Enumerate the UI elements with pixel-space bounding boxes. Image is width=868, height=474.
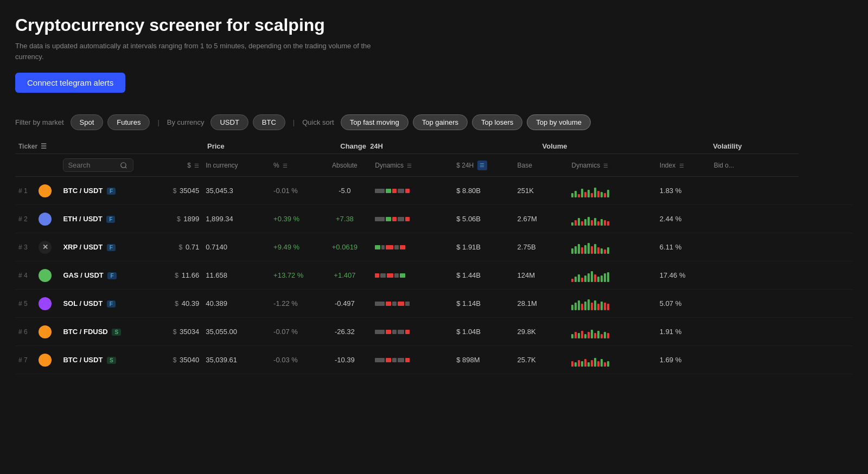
filter-top-by-volume[interactable]: Top by volume [527,114,591,130]
coin-icon-cell [35,177,60,205]
th-vol-dynamics[interactable]: Dynamics ☰ [568,154,656,177]
sort-volatility-icon[interactable]: ☰ [679,163,684,169]
change-pct-value: -1.22 % [273,299,298,308]
ticker-cell[interactable]: GAS / USDT F [60,261,161,290]
th-ticker[interactable] [60,154,161,177]
change-abs-value: -5.0 [339,187,350,195]
ticker-cell[interactable]: ETH / USDT F [60,205,161,233]
dynamics-cell [372,346,453,374]
volatility-cell: 5.07 % [656,290,711,318]
sort-change-pct-icon[interactable]: ☰ [283,163,288,169]
col-group-header-row: Ticker ☰ Price Change 24H Volume Volatil… [15,139,853,154]
table-row[interactable]: # 7 BTC / USDT S $ 35040 35,039.61 -0.03… [15,346,853,374]
volume-base-cell: 124M [514,261,569,290]
rank-cell: # 2 [15,205,35,233]
volatility-cell: 1.83 % [656,177,711,205]
bid-cell [711,205,799,233]
market-badge: F [107,188,116,195]
coin-icon [39,297,52,310]
market-badge: F [107,272,116,279]
coin-icon [39,325,52,338]
vol-dynamics-cell [568,205,656,233]
volume-base-value: 25.7K [518,356,536,364]
ticker-cell[interactable]: BTC / USDT F [60,177,161,205]
filter-usdt[interactable]: USDT [210,114,248,130]
volume-base-value: 2.67M [518,215,537,223]
price-currency-cell: 35,055.00 [202,318,270,346]
group-change: Change 24H [270,139,453,154]
ticker-cell[interactable]: BTC / USDT S [60,346,161,374]
table-row[interactable]: # 5 SOL / USDT F $ 40.39 40.389 -1.22 % … [15,290,853,318]
price-currency-value: 35,045.3 [206,187,233,195]
bid-cell [711,177,799,205]
volatility-value: 17.46 % [660,271,686,279]
ticker-filter-icon[interactable]: ☰ [41,143,47,150]
market-filter-label: Filter by market [15,118,64,126]
filter-top-losers[interactable]: Top losers [472,114,522,130]
coin-icon-cell [35,205,60,233]
volume-base-cell: 251K [514,177,569,205]
volume-base-cell: 2.75B [514,233,569,261]
th-dynamics[interactable]: Dynamics ☰ [372,154,453,177]
volume-usd-cell: $ 1.44B [453,261,514,290]
volume-base-value: 124M [518,271,535,279]
connect-telegram-button[interactable]: Connect telegram alerts [15,73,125,93]
coin-icon-cell [35,261,60,290]
table-row[interactable]: # 1 BTC / USDT F $ 35045 35,045.3 -0.01 … [15,177,853,205]
search-icon [120,162,127,169]
volume-base-value: 28.1M [518,299,537,308]
price-usd-cell: $ 35045 [162,177,203,205]
filter-futures[interactable]: Futures [107,114,150,130]
market-badge: F [107,300,116,308]
sort-price-icon[interactable]: ☰ [194,163,199,169]
price-usd-cell: $ 0.71 [162,233,203,261]
change-pct-cell: +13.72 % [270,261,317,290]
price-usd-value: 40.39 [182,299,200,308]
change-abs-value: -0.497 [335,299,355,308]
change-pct-value: +0.39 % [273,215,299,223]
th-volatility-index[interactable]: Index ☰ [656,154,711,177]
vol-dynamics-cell [568,318,656,346]
group-volume: Volume [453,139,656,154]
search-input[interactable] [68,161,117,169]
coin-icon-cell [35,290,60,318]
filter-top-gainers[interactable]: Top gainers [413,114,468,130]
sort-filter-label: Quick sort [302,118,334,126]
table-row[interactable]: # 4 GAS / USDT F $ 11.66 11.658 +13.72 %… [15,261,853,290]
volume-usd-cell: $ 1.91B [453,233,514,261]
change-pct-value: -0.01 % [273,187,298,195]
volatility-value: 6.11 % [660,243,681,251]
ticker-name: GAS / USDT [63,271,103,279]
volume-usd-cell: $ 898M [453,346,514,374]
th-rank [15,154,60,177]
th-price-usd[interactable]: $ ☰ [162,154,203,177]
filter-volume-icon[interactable]: ☰ [477,161,487,170]
bid-cell [711,261,799,290]
vol-dynamics-cell [568,346,656,374]
change-pct-value: -0.03 % [273,356,298,364]
filter-spot[interactable]: Spot [71,114,104,130]
ticker-cell[interactable]: XRP / USDT F [60,233,161,261]
market-badge: S [107,357,116,364]
table-row[interactable]: # 6 BTC / FDUSD S $ 35034 35,055.00 -0.0… [15,318,853,346]
volatility-value: 1.91 % [660,328,681,336]
table-row[interactable]: # 3 ✕ XRP / USDT F $ 0.71 0.7140 +9.49 %… [15,233,853,261]
ticker-cell[interactable]: BTC / FDUSD S [60,318,161,346]
volume-usd-cell: $ 1.14B [453,290,514,318]
th-volume-usd[interactable]: $ 24H ☰ [453,154,514,177]
sort-vol-dynamics-icon[interactable]: ☰ [603,163,608,169]
sort-dynamics-icon[interactable]: ☰ [407,163,412,169]
price-currency-value: 1,899.34 [206,215,233,223]
filter-btc[interactable]: BTC [253,114,285,130]
volume-base-value: 2.75B [518,243,536,251]
rank-cell: # 4 [15,261,35,290]
th-bid: Bid o... [711,154,799,177]
th-volume-base: Base [514,154,569,177]
ticker-cell[interactable]: SOL / USDT F [60,290,161,318]
filter-top-fast-moving[interactable]: Top fast moving [341,114,409,130]
volume-base-cell: 2.67M [514,205,569,233]
th-change-pct[interactable]: % ☰ [270,154,317,177]
price-currency-cell: 40.389 [202,290,270,318]
table-row[interactable]: # 2 ETH / USDT F $ 1899 1,899.34 +0.39 %… [15,205,853,233]
rank-cell: # 3 [15,233,35,261]
